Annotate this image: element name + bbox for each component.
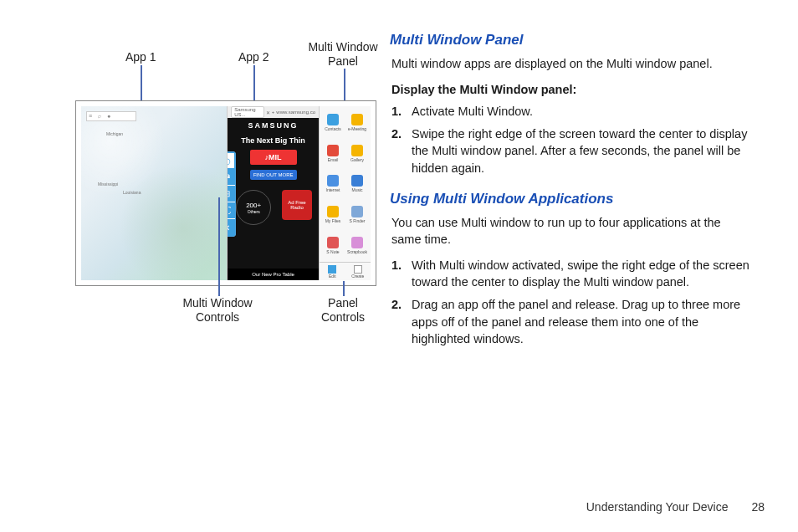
app-icon: [351, 175, 363, 187]
step-text: Drag an app off the panel and release. D…: [412, 296, 749, 348]
app-label: Scrapbook: [347, 249, 367, 254]
app-label: Gallery: [350, 157, 364, 162]
app-panel-item: Music: [345, 169, 369, 199]
hamburger-icon: ≡: [89, 113, 95, 120]
browser-url: www.samsung.co: [276, 110, 315, 115]
app-panel-item: S Note: [321, 230, 345, 260]
step-text: With Multi window activated, swipe the r…: [412, 257, 749, 291]
footer-page-number: 28: [751, 500, 765, 514]
callout-app2: App 2: [238, 50, 269, 64]
step-number: 2.: [391, 296, 412, 348]
grid-icon: [354, 265, 362, 274]
app-icon: [351, 206, 363, 217]
steps-using-mw: 1.With Multi window activated, swipe the…: [391, 257, 749, 348]
pencil-icon: [328, 265, 336, 274]
app-label: Internet: [326, 187, 340, 192]
app-icon: [327, 145, 339, 156]
multi-window-controls: ◐ ⇄ ⊞ ⛶ ✕: [228, 151, 236, 237]
step-text: Activate Multi Window.: [412, 103, 749, 120]
panel-edit-button: Edit: [320, 263, 345, 280]
app-label: S Finder: [350, 218, 366, 223]
app-panel-item: Contacts: [321, 108, 345, 138]
mw-control-handle-icon: ◐: [228, 152, 235, 169]
app-panel-item: Scrapbook: [345, 230, 369, 260]
app-icon: [327, 114, 339, 125]
app-icon: [327, 206, 339, 217]
browser-tab: Samsung US...: [231, 106, 264, 118]
app-label: Contacts: [325, 126, 341, 131]
map-search-bar: ≡ ⌕ ●: [86, 111, 136, 121]
app-icon: [351, 145, 363, 156]
text-column: Multi Window Panel Multi window apps are…: [390, 30, 749, 360]
search-icon: ⌕: [98, 113, 105, 120]
radio-tile: Ad Free Radio: [282, 190, 312, 220]
app-panel-item: My Files: [321, 200, 345, 230]
app-label: e-Meeting: [348, 126, 366, 131]
para-using-mw: You can use Multi window to run up to fo…: [391, 214, 749, 248]
step-number: 2.: [391, 125, 412, 177]
count-circle: 200+ Others: [236, 190, 271, 225]
mw-control-swap-icon: ⇄: [228, 169, 235, 186]
step-number: 1.: [391, 103, 412, 120]
tablet-screenshot: ≡ ⌕ ● Michigan Mississippi Louisiana Sam…: [75, 100, 376, 286]
app1-map-pane: ≡ ⌕ ● Michigan Mississippi Louisiana: [81, 106, 228, 280]
page-footer: Understanding Your Device 28: [586, 500, 765, 514]
app2-browser-pane: Samsung US... ✕+ www.samsung.co SAMSUNG …: [228, 106, 319, 280]
panel-create-button: Create: [345, 263, 371, 280]
samsung-text: SAMSUNG: [228, 121, 319, 130]
para-mw-panel: Multi window apps are displayed on the M…: [391, 55, 749, 73]
step-number: 1.: [391, 257, 412, 291]
panel-controls: Edit Create: [320, 262, 371, 280]
mil-badge: ♪ MIL: [250, 150, 297, 165]
tagline-text: The Next Big Thin: [228, 136, 319, 145]
app-icon: [327, 175, 339, 187]
callout-mw-controls: Multi WindowControls: [180, 296, 255, 325]
bottom-text: Our New Pro Table: [228, 269, 319, 280]
app-label: Music: [351, 187, 362, 192]
step-text: Swipe the right edge of the screen towar…: [412, 125, 749, 177]
app-panel-item: Gallery: [345, 139, 369, 169]
app-panel-item: Email: [321, 139, 345, 169]
multi-window-diagram: App 1 App 2 Multi WindowPanel ≡ ⌕: [17, 30, 368, 348]
app-panel-item: S Finder: [345, 200, 369, 230]
heading-mw-panel: Multi Window Panel: [390, 30, 749, 50]
app-icon: [327, 237, 339, 248]
app-label: Email: [328, 157, 339, 162]
heading-using-mw: Using Multi Window Applications: [390, 189, 749, 209]
app-label: S Note: [326, 249, 339, 254]
multi-window-app-panel: Contactse-MeetingEmailGalleryInternetMus…: [319, 106, 371, 280]
mic-icon: ●: [107, 113, 114, 120]
app-icon: [351, 237, 363, 248]
app-icon: [351, 114, 363, 125]
mw-control-close-icon: ✕: [228, 219, 235, 236]
callout-app1: App 1: [125, 50, 156, 64]
app-panel-item: e-Meeting: [345, 108, 369, 138]
mw-control-expand-icon: ⛶: [228, 202, 235, 219]
footer-section: Understanding Your Device: [586, 500, 729, 514]
steps-display-panel: 1.Activate Multi Window. 2.Swipe the rig…: [391, 103, 749, 176]
subhead-display-panel: Display the Multi Window panel:: [391, 81, 749, 99]
browser-address-bar: Samsung US... ✕+ www.samsung.co: [228, 106, 319, 118]
callout-mw-panel: Multi WindowPanel: [305, 40, 381, 69]
app-label: My Files: [325, 218, 341, 223]
app-panel-item: Internet: [321, 169, 345, 199]
find-out-more-button: FIND OUT MORE: [250, 170, 297, 180]
callout-panel-controls: PanelControls: [318, 296, 368, 325]
mw-control-drag-icon: ⊞: [228, 186, 235, 202]
